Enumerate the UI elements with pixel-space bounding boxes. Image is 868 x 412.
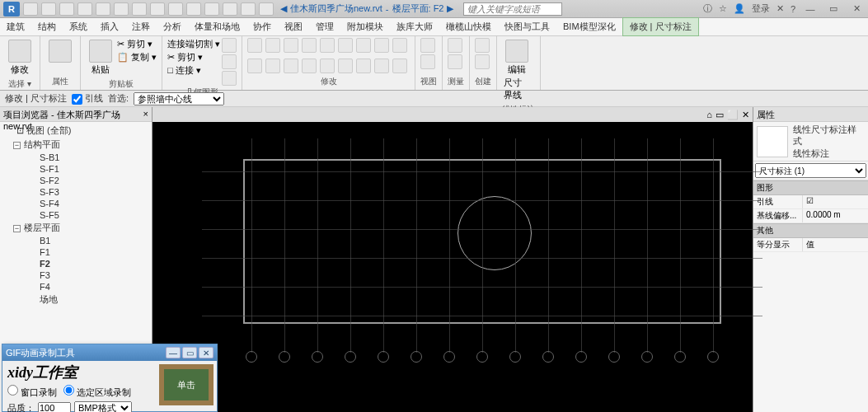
move-icon[interactable]	[265, 38, 280, 53]
modify-button[interactable]: 修改	[5, 38, 35, 77]
minimize-button[interactable]: —	[802, 2, 819, 16]
tree-item[interactable]: F3	[0, 269, 152, 281]
nav-left-icon[interactable]: ◀	[280, 3, 287, 14]
help-icon[interactable]: ?	[791, 4, 795, 14]
qat-btn[interactable]	[59, 2, 74, 16]
tree-item[interactable]: B1	[0, 235, 152, 246]
create-icon[interactable]	[475, 38, 490, 53]
search-input[interactable]	[463, 2, 562, 16]
qat-btn[interactable]	[23, 2, 38, 16]
view-icon[interactable]	[420, 38, 435, 53]
record-button[interactable]: 单击	[159, 364, 213, 405]
split-icon[interactable]	[374, 38, 389, 53]
offset-icon[interactable]	[284, 38, 298, 53]
prop-row[interactable]: 等分显示值	[753, 238, 868, 252]
tree-root[interactable]: ⊡ 视图 (全部)	[0, 124, 152, 138]
qat-btn[interactable]	[241, 2, 256, 16]
rotate-icon[interactable]	[338, 38, 353, 53]
tab-insert[interactable]: 插入	[94, 18, 125, 35]
tab-addins[interactable]: 附加模块	[340, 18, 390, 35]
gif-recorder-window[interactable]: GIF动画录制工具 — ▭ ✕ xidy工作室 窗口录制 选定区域录制 品质： …	[2, 344, 218, 412]
tab-manage[interactable]: 管理	[309, 18, 340, 35]
unpin-icon[interactable]	[284, 59, 298, 73]
tree-item[interactable]: S-F1	[0, 163, 152, 175]
tab-massing[interactable]: 体量和场地	[188, 18, 246, 35]
tree-item[interactable]: S-F4	[0, 198, 152, 209]
tool-icon[interactable]	[392, 59, 407, 73]
measure-icon[interactable]	[448, 38, 462, 53]
qat-btn[interactable]	[132, 2, 147, 16]
scale-icon[interactable]	[247, 59, 262, 73]
tree-group-struct[interactable]: −结构平面	[0, 138, 152, 152]
paste-button[interactable]: 粘贴	[86, 38, 115, 77]
join-geom-button[interactable]: □ 连接 ▾	[167, 64, 220, 77]
view-close-icon[interactable]: ✕	[742, 110, 749, 120]
qat-btn[interactable]	[150, 2, 165, 16]
geom-icon[interactable]	[222, 38, 237, 53]
qat-btn[interactable]	[168, 2, 183, 16]
floor-plan-view[interactable]: ↖	[152, 122, 753, 412]
tool-icon[interactable]	[320, 59, 335, 73]
geom-icon[interactable]	[222, 71, 237, 86]
info-icon[interactable]: ⓘ	[703, 2, 712, 15]
cut-geom-button[interactable]: ✂ 剪切 ▾	[167, 51, 220, 63]
tree-item[interactable]: S-F5	[0, 209, 152, 221]
minimize-button[interactable]: —	[166, 347, 181, 358]
qat-btn[interactable]	[114, 2, 129, 16]
align-icon[interactable]	[247, 38, 262, 53]
star-icon[interactable]: ☆	[719, 3, 727, 14]
copy-icon[interactable]	[302, 38, 317, 53]
user-icon[interactable]: 👤	[734, 3, 745, 14]
mirror-icon[interactable]	[320, 38, 335, 53]
cope-button[interactable]: 连接端切割 ▾	[167, 38, 220, 50]
tree-item[interactable]: 场地	[0, 293, 152, 307]
maximize-button[interactable]: ▭	[182, 347, 197, 358]
qat-btn[interactable]	[259, 2, 274, 16]
close-button[interactable]: ✕	[848, 2, 865, 16]
quality-input[interactable]	[38, 402, 71, 412]
tab-view[interactable]: 视图	[278, 18, 309, 35]
tree-group-floor[interactable]: −楼层平面	[0, 221, 152, 235]
view-home-icon[interactable]: ⌂	[706, 110, 712, 119]
tab-quickdraw[interactable]: 快图与工具	[498, 18, 556, 35]
edit-witness-button[interactable]: 编辑 尺寸界线	[502, 38, 532, 103]
close-button[interactable]: ✕	[199, 347, 213, 358]
view-restore-icon[interactable]: ▭	[716, 110, 724, 120]
qat-btn[interactable]	[41, 2, 56, 16]
gif-titlebar[interactable]: GIF动画录制工具 — ▭ ✕	[2, 344, 217, 361]
maximize-button[interactable]: ▭	[825, 2, 842, 16]
pref-select[interactable]: 参照墙中心线	[134, 92, 224, 105]
properties-button[interactable]	[45, 38, 75, 64]
trim-icon[interactable]	[356, 38, 371, 53]
tool-icon[interactable]	[374, 59, 389, 73]
prop-row[interactable]: 引线☑	[753, 195, 868, 209]
leader-checkbox[interactable]: 引线	[72, 92, 103, 105]
qat-btn[interactable]	[77, 2, 92, 16]
tab-modify-dimensions[interactable]: 修改 | 尺寸标注	[622, 17, 699, 36]
tree-item[interactable]: S-F3	[0, 186, 152, 198]
tool-icon[interactable]	[356, 59, 371, 73]
tree-item[interactable]: S-F2	[0, 175, 152, 186]
instance-selector[interactable]: 尺寸标注 (1)	[755, 163, 866, 178]
tree-item-active[interactable]: F2	[0, 258, 152, 269]
tab-analyze[interactable]: 分析	[157, 18, 188, 35]
qat-btn[interactable]	[96, 2, 110, 16]
cut-button[interactable]: ✂ 剪切 ▾	[117, 38, 157, 50]
geom-icon[interactable]	[222, 54, 237, 69]
login-button[interactable]: 登录	[752, 2, 770, 15]
radio-window[interactable]: 窗口录制	[7, 385, 57, 399]
tab-olive[interactable]: 橄榄山快模	[439, 18, 498, 35]
tab-bim-deepen[interactable]: BIM模型深化	[556, 18, 622, 35]
view-icon[interactable]	[420, 54, 435, 69]
qat-btn[interactable]	[204, 2, 219, 16]
pin-icon[interactable]	[265, 59, 280, 73]
array-icon[interactable]	[392, 38, 407, 53]
copy-button[interactable]: 📋 复制 ▾	[117, 51, 157, 63]
tab-systems[interactable]: 系统	[63, 18, 94, 35]
delete-icon[interactable]	[302, 59, 317, 73]
tab-family-master[interactable]: 族库大师	[390, 18, 439, 35]
tree-item[interactable]: F1	[0, 246, 152, 258]
tab-collaborate[interactable]: 协作	[246, 18, 278, 35]
qat-btn[interactable]	[186, 2, 201, 16]
prop-row[interactable]: 基线偏移...0.0000 m	[753, 209, 868, 223]
